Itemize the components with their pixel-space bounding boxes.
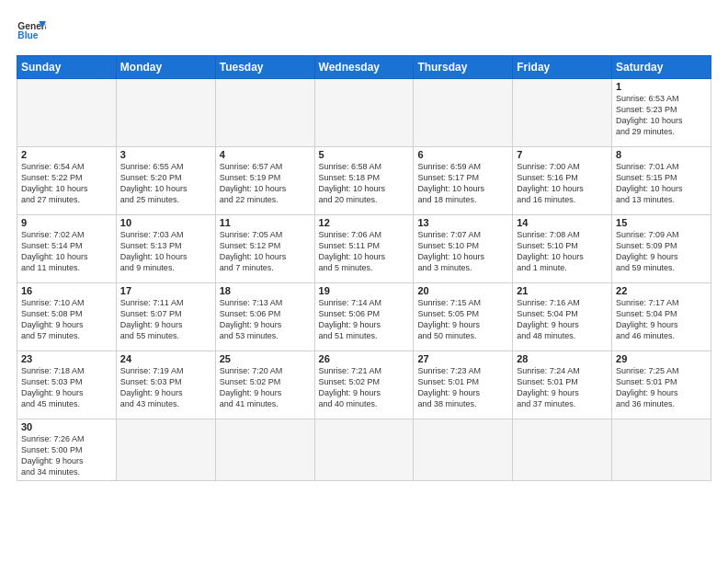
calendar-day-cell: 7Sunrise: 7:00 AM Sunset: 5:16 PM Daylig… bbox=[513, 147, 612, 215]
day-info: Sunrise: 7:23 AM Sunset: 5:01 PM Dayligh… bbox=[417, 365, 508, 410]
day-info: Sunrise: 7:10 AM Sunset: 5:08 PM Dayligh… bbox=[21, 297, 112, 342]
calendar-day-cell: 5Sunrise: 6:58 AM Sunset: 5:18 PM Daylig… bbox=[314, 147, 414, 215]
day-number: 1 bbox=[616, 81, 707, 92]
day-number: 22 bbox=[616, 285, 707, 296]
calendar-day-cell: 25Sunrise: 7:20 AM Sunset: 5:02 PM Dayli… bbox=[215, 351, 314, 419]
day-number: 6 bbox=[417, 149, 508, 160]
weekday-header-row: SundayMondayTuesdayWednesdayThursdayFrid… bbox=[17, 56, 711, 79]
day-number: 18 bbox=[220, 285, 311, 296]
day-number: 21 bbox=[517, 285, 608, 296]
calendar-day-cell bbox=[314, 419, 414, 481]
calendar-day-cell: 22Sunrise: 7:17 AM Sunset: 5:04 PM Dayli… bbox=[612, 283, 711, 351]
calendar-day-cell: 3Sunrise: 6:55 AM Sunset: 5:20 PM Daylig… bbox=[116, 147, 215, 215]
day-number: 16 bbox=[21, 285, 112, 296]
logo: General Blue bbox=[17, 17, 46, 46]
weekday-header-thursday: Thursday bbox=[414, 56, 513, 79]
calendar-day-cell: 17Sunrise: 7:11 AM Sunset: 5:07 PM Dayli… bbox=[116, 283, 215, 351]
calendar-day-cell: 18Sunrise: 7:13 AM Sunset: 5:06 PM Dayli… bbox=[215, 283, 314, 351]
day-number: 28 bbox=[517, 353, 608, 364]
calendar-day-cell bbox=[414, 419, 513, 481]
day-info: Sunrise: 7:06 AM Sunset: 5:11 PM Dayligh… bbox=[319, 229, 410, 274]
weekday-header-wednesday: Wednesday bbox=[314, 56, 414, 79]
day-info: Sunrise: 7:17 AM Sunset: 5:04 PM Dayligh… bbox=[616, 297, 707, 342]
day-number: 25 bbox=[220, 353, 311, 364]
day-number: 24 bbox=[120, 353, 211, 364]
weekday-header-saturday: Saturday bbox=[612, 56, 711, 79]
calendar-week-row: 16Sunrise: 7:10 AM Sunset: 5:08 PM Dayli… bbox=[17, 283, 711, 351]
calendar-day-cell: 14Sunrise: 7:08 AM Sunset: 5:10 PM Dayli… bbox=[513, 215, 612, 283]
day-info: Sunrise: 6:53 AM Sunset: 5:23 PM Dayligh… bbox=[616, 93, 707, 138]
calendar-day-cell: 13Sunrise: 7:07 AM Sunset: 5:10 PM Dayli… bbox=[414, 215, 513, 283]
calendar-day-cell bbox=[513, 419, 612, 481]
day-number: 7 bbox=[517, 149, 608, 160]
day-info: Sunrise: 7:24 AM Sunset: 5:01 PM Dayligh… bbox=[517, 365, 608, 410]
calendar-day-cell: 24Sunrise: 7:19 AM Sunset: 5:03 PM Dayli… bbox=[116, 351, 215, 419]
svg-text:Blue: Blue bbox=[17, 30, 38, 40]
day-number: 23 bbox=[21, 353, 112, 364]
day-number: 10 bbox=[120, 217, 211, 228]
day-number: 17 bbox=[120, 285, 211, 296]
day-number: 26 bbox=[319, 353, 410, 364]
calendar-day-cell: 11Sunrise: 7:05 AM Sunset: 5:12 PM Dayli… bbox=[215, 215, 314, 283]
calendar-day-cell: 6Sunrise: 6:59 AM Sunset: 5:17 PM Daylig… bbox=[414, 147, 513, 215]
day-info: Sunrise: 7:00 AM Sunset: 5:16 PM Dayligh… bbox=[517, 161, 608, 206]
day-info: Sunrise: 7:15 AM Sunset: 5:05 PM Dayligh… bbox=[417, 297, 508, 342]
day-number: 19 bbox=[319, 285, 410, 296]
page-header: General Blue bbox=[17, 17, 711, 46]
day-info: Sunrise: 6:59 AM Sunset: 5:17 PM Dayligh… bbox=[417, 161, 508, 206]
day-info: Sunrise: 7:26 AM Sunset: 5:00 PM Dayligh… bbox=[21, 433, 112, 478]
calendar-day-cell bbox=[116, 79, 215, 147]
day-info: Sunrise: 7:25 AM Sunset: 5:01 PM Dayligh… bbox=[616, 365, 707, 410]
day-info: Sunrise: 7:20 AM Sunset: 5:02 PM Dayligh… bbox=[220, 365, 311, 410]
day-info: Sunrise: 7:18 AM Sunset: 5:03 PM Dayligh… bbox=[21, 365, 112, 410]
day-info: Sunrise: 6:58 AM Sunset: 5:18 PM Dayligh… bbox=[319, 161, 410, 206]
weekday-header-tuesday: Tuesday bbox=[215, 56, 314, 79]
day-number: 30 bbox=[21, 421, 112, 432]
calendar-day-cell bbox=[215, 79, 314, 147]
calendar-day-cell: 15Sunrise: 7:09 AM Sunset: 5:09 PM Dayli… bbox=[612, 215, 711, 283]
calendar-day-cell bbox=[612, 419, 711, 481]
calendar-day-cell bbox=[414, 79, 513, 147]
calendar-day-cell: 21Sunrise: 7:16 AM Sunset: 5:04 PM Dayli… bbox=[513, 283, 612, 351]
day-number: 20 bbox=[417, 285, 508, 296]
calendar-week-row: 23Sunrise: 7:18 AM Sunset: 5:03 PM Dayli… bbox=[17, 351, 711, 419]
calendar-week-row: 30Sunrise: 7:26 AM Sunset: 5:00 PM Dayli… bbox=[17, 419, 711, 481]
calendar-day-cell: 1Sunrise: 6:53 AM Sunset: 5:23 PM Daylig… bbox=[612, 79, 711, 147]
calendar-week-row: 1Sunrise: 6:53 AM Sunset: 5:23 PM Daylig… bbox=[17, 79, 711, 147]
calendar-day-cell: 26Sunrise: 7:21 AM Sunset: 5:02 PM Dayli… bbox=[314, 351, 414, 419]
calendar-day-cell bbox=[314, 79, 414, 147]
day-number: 8 bbox=[616, 149, 707, 160]
calendar-day-cell: 2Sunrise: 6:54 AM Sunset: 5:22 PM Daylig… bbox=[17, 147, 117, 215]
day-number: 3 bbox=[120, 149, 211, 160]
weekday-header-sunday: Sunday bbox=[17, 56, 117, 79]
day-info: Sunrise: 7:14 AM Sunset: 5:06 PM Dayligh… bbox=[319, 297, 410, 342]
weekday-header-monday: Monday bbox=[116, 56, 215, 79]
day-number: 11 bbox=[220, 217, 311, 228]
day-info: Sunrise: 7:11 AM Sunset: 5:07 PM Dayligh… bbox=[120, 297, 211, 342]
day-number: 12 bbox=[319, 217, 410, 228]
calendar-day-cell: 23Sunrise: 7:18 AM Sunset: 5:03 PM Dayli… bbox=[17, 351, 117, 419]
day-info: Sunrise: 7:09 AM Sunset: 5:09 PM Dayligh… bbox=[616, 229, 707, 274]
day-info: Sunrise: 7:19 AM Sunset: 5:03 PM Dayligh… bbox=[120, 365, 211, 410]
day-number: 4 bbox=[220, 149, 311, 160]
calendar-day-cell: 16Sunrise: 7:10 AM Sunset: 5:08 PM Dayli… bbox=[17, 283, 117, 351]
calendar-day-cell bbox=[513, 79, 612, 147]
calendar-week-row: 2Sunrise: 6:54 AM Sunset: 5:22 PM Daylig… bbox=[17, 147, 711, 215]
calendar-day-cell: 20Sunrise: 7:15 AM Sunset: 5:05 PM Dayli… bbox=[414, 283, 513, 351]
calendar-day-cell: 10Sunrise: 7:03 AM Sunset: 5:13 PM Dayli… bbox=[116, 215, 215, 283]
day-number: 5 bbox=[319, 149, 410, 160]
weekday-header-friday: Friday bbox=[513, 56, 612, 79]
calendar-day-cell: 4Sunrise: 6:57 AM Sunset: 5:19 PM Daylig… bbox=[215, 147, 314, 215]
day-number: 14 bbox=[517, 217, 608, 228]
day-info: Sunrise: 7:05 AM Sunset: 5:12 PM Dayligh… bbox=[220, 229, 311, 274]
day-number: 15 bbox=[616, 217, 707, 228]
calendar-day-cell: 28Sunrise: 7:24 AM Sunset: 5:01 PM Dayli… bbox=[513, 351, 612, 419]
day-number: 9 bbox=[21, 217, 112, 228]
day-info: Sunrise: 7:16 AM Sunset: 5:04 PM Dayligh… bbox=[517, 297, 608, 342]
calendar-day-cell: 19Sunrise: 7:14 AM Sunset: 5:06 PM Dayli… bbox=[314, 283, 414, 351]
calendar-day-cell bbox=[116, 419, 215, 481]
calendar-day-cell: 8Sunrise: 7:01 AM Sunset: 5:15 PM Daylig… bbox=[612, 147, 711, 215]
day-info: Sunrise: 7:21 AM Sunset: 5:02 PM Dayligh… bbox=[319, 365, 410, 410]
calendar-day-cell: 30Sunrise: 7:26 AM Sunset: 5:00 PM Dayli… bbox=[17, 419, 117, 481]
day-info: Sunrise: 7:07 AM Sunset: 5:10 PM Dayligh… bbox=[417, 229, 508, 274]
